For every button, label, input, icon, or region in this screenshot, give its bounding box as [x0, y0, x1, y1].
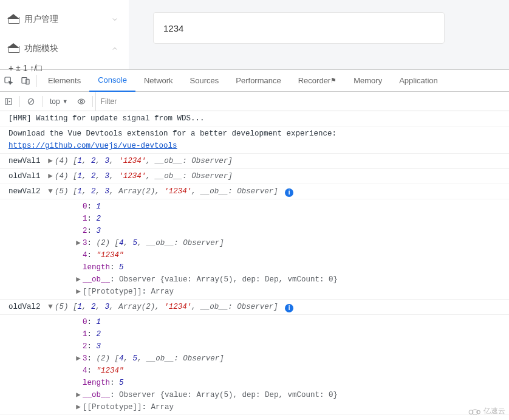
- console-sidebar-toggle[interactable]: [0, 92, 17, 111]
- tab-recorder[interactable]: Recorder ⚑: [290, 70, 345, 92]
- devtools: ElementsConsoleNetworkSourcesPerformance…: [0, 70, 509, 420]
- log-row: oldVal1▶(4) [1, 2, 3, '1234', __ob__: Ob…: [0, 169, 509, 184]
- svg-line-6: [29, 100, 33, 103]
- log-message: [HMR] Waiting for update signal from WDS…: [9, 112, 504, 125]
- watermark: 亿速云: [468, 406, 505, 416]
- separator: [19, 96, 20, 107]
- separator: [42, 96, 43, 107]
- house-icon: [9, 15, 18, 24]
- log-message: Download the Vue Devtools extension for …: [9, 128, 504, 140]
- svg-rect-3: [5, 98, 12, 104]
- input-value: 1234: [163, 23, 183, 33]
- log-row: newVal1▶(4) [1, 2, 3, '1234', __ob__: Ob…: [0, 154, 509, 169]
- expand-toggle[interactable]: ▼: [47, 301, 53, 313]
- log-row: [HMR] Waiting for update signal from WDS…: [0, 111, 509, 126]
- tab-network[interactable]: Network: [135, 70, 182, 92]
- expand-toggle[interactable]: ▶: [75, 237, 81, 249]
- tab-sources[interactable]: Sources: [182, 70, 228, 92]
- input-card[interactable]: 1234: [153, 12, 445, 44]
- expand-toggle[interactable]: ▶: [75, 353, 81, 365]
- info-icon[interactable]: i: [285, 304, 293, 312]
- log-expanded: 0: 11: 22: 3▶3: (2) [4, 5, __ob__: Obser…: [0, 315, 509, 415]
- context-picker[interactable]: top ▼: [45, 92, 73, 111]
- log-message: ▶(4) [1, 2, 3, '1234', __ob__: Observer]: [47, 170, 504, 182]
- svg-point-7: [80, 100, 83, 103]
- expand-toggle[interactable]: ▼: [47, 185, 53, 198]
- filter-input[interactable]: [95, 92, 509, 111]
- chevron-up-icon: [109, 43, 120, 54]
- chevron-down-icon: [109, 14, 120, 25]
- expand-toggle[interactable]: ▶: [75, 274, 81, 286]
- sidebar-item-feature-module[interactable]: 功能模块: [0, 34, 129, 63]
- expand-toggle[interactable]: ▶: [47, 155, 53, 167]
- sidebar-item-user-mgmt[interactable]: 用户管理: [0, 5, 129, 34]
- log-row: oldVal2▼(5) [1, 2, 3, Array(2), '1234', …: [0, 300, 509, 315]
- expand-toggle[interactable]: ▶: [75, 401, 81, 413]
- house-icon: [9, 44, 18, 53]
- main-area: 1234: [129, 0, 509, 69]
- log-row: newVal2▼(5) [1, 2, 3, Array(2), '1234', …: [0, 184, 509, 199]
- log-expanded: 0: 11: 22: 3▶3: (2) [4, 5, __ob__: Obser…: [0, 199, 509, 300]
- tab-memory[interactable]: Memory: [345, 70, 391, 92]
- separator: [92, 96, 93, 107]
- log-message: ▼(5) [1, 2, 3, Array(2), '1234', __ob__:…: [47, 185, 504, 198]
- log-label: oldVal2: [9, 301, 47, 313]
- tab-console[interactable]: Console: [89, 70, 135, 92]
- sidebar-item-label: 功能模块: [24, 43, 109, 54]
- device-icon[interactable]: [17, 70, 34, 92]
- tab-performance[interactable]: Performance: [227, 70, 289, 92]
- log-row: Download the Vue Devtools extension for …: [0, 126, 509, 154]
- vue-devtools-link[interactable]: https://github.com/vuejs/vue-devtools: [9, 142, 177, 150]
- log-label: newVal1: [9, 155, 47, 167]
- sidebar: 用户管理 功能模块 + ± 1 ↑/□: [0, 0, 129, 69]
- clear-console-icon[interactable]: [22, 92, 39, 111]
- separator: [36, 75, 37, 87]
- devtools-tabbar: ElementsConsoleNetworkSourcesPerformance…: [0, 70, 509, 92]
- live-expression-icon[interactable]: [73, 92, 90, 111]
- log-label: newVal2: [9, 185, 47, 198]
- expand-toggle[interactable]: ▶: [75, 389, 81, 401]
- tab-elements[interactable]: Elements: [39, 70, 89, 92]
- context-label: top: [50, 97, 60, 106]
- log-message: ▶(4) [1, 2, 3, '1234', __ob__: Observer]: [47, 155, 504, 167]
- info-icon[interactable]: i: [285, 188, 293, 197]
- console-toolbar: top ▼: [0, 92, 509, 111]
- app-top: 用户管理 功能模块 + ± 1 ↑/□ 1234: [0, 0, 509, 70]
- console-body[interactable]: [HMR] Waiting for update signal from WDS…: [0, 111, 509, 420]
- expand-toggle[interactable]: ▶: [75, 286, 81, 298]
- tab-application[interactable]: Application: [391, 70, 446, 92]
- log-label: oldVal1: [9, 170, 47, 182]
- log-message: ▼(5) [1, 2, 3, Array(2), '1234', __ob__:…: [47, 301, 504, 313]
- inspect-icon[interactable]: [0, 70, 17, 92]
- sidebar-item-label: 用户管理: [24, 14, 109, 25]
- svg-point-10: [477, 410, 480, 414]
- expand-toggle[interactable]: ▶: [47, 170, 53, 182]
